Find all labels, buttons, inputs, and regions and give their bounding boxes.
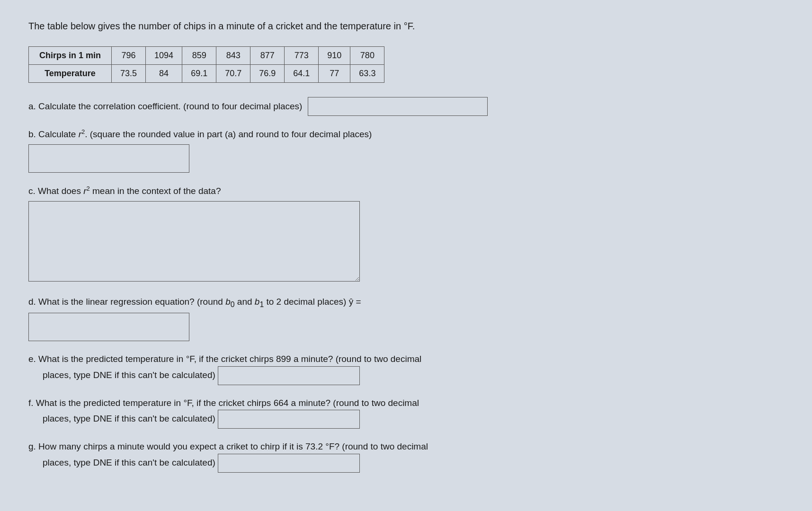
table-cell-chirps-2: 1094 — [146, 47, 182, 65]
table-cell-chirps-5: 877 — [250, 47, 285, 65]
question-a-label: a. Calculate the correlation coefficient… — [28, 100, 302, 114]
question-c-label: c. What does r2 mean in the context of t… — [28, 186, 221, 196]
question-d-label: d. What is the linear regression equatio… — [28, 297, 361, 307]
question-a-input[interactable] — [308, 97, 488, 116]
table-cell-temp-7: 77 — [319, 65, 350, 83]
table-cell-temp-2: 84 — [146, 65, 182, 83]
data-table: Chirps in 1 min 796 1094 859 843 877 773… — [28, 46, 384, 83]
table-cell-temp-8: 63.3 — [350, 65, 384, 83]
question-e-input[interactable] — [218, 366, 360, 385]
table-header-row2-label: Temperature — [29, 65, 112, 83]
table-cell-temp-6: 64.1 — [285, 65, 319, 83]
question-c: c. What does r2 mean in the context of t… — [28, 184, 784, 284]
table-cell-temp-5: 76.9 — [250, 65, 285, 83]
question-g: g. How many chirps a minute would you ex… — [28, 440, 784, 473]
table-cell-temp-3: 69.1 — [182, 65, 216, 83]
table-cell-temp-4: 70.7 — [216, 65, 250, 83]
question-e: e. What is the predicted temperature in … — [28, 352, 784, 385]
table-cell-chirps-8: 780 — [350, 47, 384, 65]
question-a: a. Calculate the correlation coefficient… — [28, 97, 784, 116]
table-cell-chirps-3: 859 — [182, 47, 216, 65]
question-e-label: e. What is the predicted temperature in … — [28, 354, 784, 385]
table-cell-chirps-6: 773 — [285, 47, 319, 65]
table-cell-chirps-7: 910 — [319, 47, 350, 65]
question-b-label: b. Calculate r2. (square the rounded val… — [28, 129, 372, 139]
table-cell-chirps-4: 843 — [216, 47, 250, 65]
intro-text: The table below gives the number of chip… — [28, 19, 784, 33]
question-b-input[interactable] — [28, 144, 189, 173]
question-g-input[interactable] — [218, 454, 360, 473]
question-f: f. What is the predicted temperature in … — [28, 396, 784, 429]
table-header-row1-label: Chirps in 1 min — [29, 47, 112, 65]
question-g-label: g. How many chirps a minute would you ex… — [28, 441, 784, 473]
questions-section: a. Calculate the correlation coefficient… — [28, 97, 784, 475]
question-f-input[interactable] — [218, 410, 360, 429]
table-cell-temp-1: 73.5 — [112, 65, 146, 83]
question-c-textarea[interactable] — [28, 201, 360, 282]
question-d: d. What is the linear regression equatio… — [28, 295, 784, 342]
question-f-label: f. What is the predicted temperature in … — [28, 398, 784, 429]
question-b: b. Calculate r2. (square the rounded val… — [28, 127, 784, 173]
table-cell-chirps-1: 796 — [112, 47, 146, 65]
question-d-input[interactable] — [28, 313, 189, 341]
